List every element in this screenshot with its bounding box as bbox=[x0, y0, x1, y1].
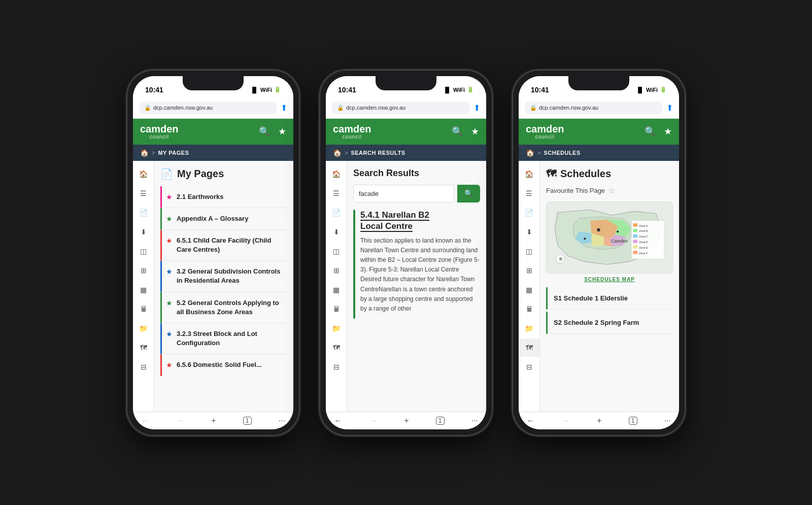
sidebar-table-1[interactable]: ▦ bbox=[133, 281, 154, 299]
list-item[interactable]: ★ 3.2 General Subdivision Controls in Re… bbox=[160, 261, 287, 292]
sidebar-menu-2[interactable]: ☰ bbox=[326, 184, 347, 203]
add-btn-3[interactable]: + bbox=[597, 416, 601, 425]
sidebar-table-3[interactable]: ▦ bbox=[519, 281, 539, 299]
favourite-star-icon[interactable]: ☆ bbox=[608, 186, 615, 195]
sidebar-doc-1[interactable]: 📄 bbox=[133, 204, 154, 222]
star-item-7: ★ bbox=[166, 361, 173, 369]
svg-rect-22 bbox=[633, 246, 637, 249]
list-item[interactable]: ★ 6.5.1 Child Care Facility (Child Care … bbox=[160, 230, 287, 261]
page-title-3: 🗺 Schedules bbox=[546, 168, 673, 180]
url-text-1: dcp.camden.nsw.gov.au bbox=[153, 105, 213, 111]
share-icon-2[interactable]: ⬆ bbox=[473, 103, 480, 113]
schedules-map-link[interactable]: SCHEDULES MAP bbox=[546, 277, 673, 282]
result-content[interactable]: 5.4.1 Narellan B2Local Centre This secti… bbox=[360, 210, 480, 314]
share-icon-1[interactable]: ⬆ bbox=[281, 103, 287, 113]
svg-text:Zone E: Zone E bbox=[639, 246, 648, 249]
search-icon-1[interactable]: 🔍 bbox=[259, 126, 270, 137]
star-item-2: ★ bbox=[166, 215, 173, 223]
more-btn-1[interactable]: ··· bbox=[279, 416, 285, 425]
forward-btn-1[interactable]: → bbox=[176, 416, 184, 425]
sidebar-table-2[interactable]: ▦ bbox=[326, 281, 347, 299]
sidebar-grid2-3[interactable]: ⊟ bbox=[519, 358, 539, 376]
add-btn-2[interactable]: + bbox=[404, 416, 409, 425]
svg-point-11 bbox=[584, 238, 586, 240]
wifi-icon-1: WiFi bbox=[260, 87, 272, 93]
sidebar-calc-2[interactable]: 🖩 bbox=[326, 300, 347, 318]
back-btn-3[interactable]: ← bbox=[527, 416, 535, 425]
tabs-btn-2[interactable]: 1 bbox=[436, 417, 445, 425]
more-btn-3[interactable]: ··· bbox=[664, 416, 671, 425]
sidebar-menu-1[interactable]: ☰ bbox=[133, 184, 154, 203]
sidebar-download-1[interactable]: ⬇ bbox=[133, 223, 154, 241]
schedule-item-s1[interactable]: S1 Schedule 1 Elderslie bbox=[546, 287, 673, 310]
search-button[interactable]: 🔍 bbox=[457, 185, 480, 203]
sidebar-layers-1[interactable]: ◫ bbox=[133, 242, 154, 260]
svg-text:Zone A: Zone A bbox=[639, 224, 648, 227]
result-title-line1: 5.4.1 Narellan B2Local Centre bbox=[360, 210, 429, 232]
phone-screen-3: 10:41 ▐▌ WiFi 🔋 🔒 dcp.camden.nsw.gov.au … bbox=[519, 76, 679, 429]
star-icon-3[interactable]: ★ bbox=[664, 126, 672, 137]
sidebar-folder-3[interactable]: 📁 bbox=[519, 319, 539, 338]
breadcrumb-home-icon-3[interactable]: 🏠 bbox=[526, 149, 534, 157]
time-3: 10:41 bbox=[531, 86, 549, 94]
back-btn-1[interactable]: ← bbox=[141, 416, 149, 425]
search-icon-2[interactable]: 🔍 bbox=[452, 126, 463, 137]
phone-notch-1 bbox=[183, 76, 244, 90]
sidebar-folder-2[interactable]: 📁 bbox=[326, 319, 347, 338]
url-input-1[interactable]: 🔒 dcp.camden.nsw.gov.au bbox=[139, 102, 277, 114]
url-input-2[interactable]: 🔒 dcp.camden.nsw.gov.au bbox=[332, 102, 469, 114]
url-input-3[interactable]: 🔒 dcp.camden.nsw.gov.au bbox=[525, 102, 662, 114]
sidebar-grid-1[interactable]: ⊞ bbox=[133, 261, 154, 280]
schedule-item-s2[interactable]: S2 Schedule 2 Spring Farm bbox=[546, 312, 673, 334]
forward-btn-2[interactable]: → bbox=[369, 416, 377, 425]
star-icon-2[interactable]: ★ bbox=[471, 126, 479, 137]
back-btn-2[interactable]: ← bbox=[334, 416, 342, 425]
list-item[interactable]: ★ 3.2.3 Street Block and Lot Configurati… bbox=[160, 323, 287, 354]
sidebar-doc-3[interactable]: 📄 bbox=[519, 204, 539, 222]
sidebar-calc-3[interactable]: 🖩 bbox=[519, 300, 539, 318]
breadcrumb-home-icon-2[interactable]: 🏠 bbox=[333, 149, 342, 157]
more-btn-2[interactable]: ··· bbox=[471, 416, 478, 425]
status-icons-1: ▐▌ WiFi 🔋 bbox=[250, 86, 281, 93]
star-icon-1[interactable]: ★ bbox=[278, 126, 286, 137]
list-item[interactable]: ★ 5.2 General Controls Applying to all B… bbox=[160, 292, 287, 323]
sidebar-calc-1[interactable]: 🖩 bbox=[133, 300, 154, 318]
search-bar: 🔍 bbox=[353, 185, 480, 203]
sidebar-layers-3[interactable]: ◫ bbox=[519, 242, 539, 260]
list-item[interactable]: ★ 6.5.6 Domestic Solid Fuel... bbox=[160, 354, 287, 376]
tabs-btn-1[interactable]: 1 bbox=[243, 417, 252, 425]
list-item[interactable]: ★ 2.1 Earthworks bbox=[160, 186, 287, 208]
list-item[interactable]: ★ Appendix A – Glossary bbox=[160, 208, 287, 230]
main-content-2: Search Results 🔍 5.4.1 Narellan B2Local … bbox=[347, 161, 486, 412]
sidebar-menu-3[interactable]: ☰ bbox=[519, 184, 539, 203]
content-area-3: 🏠 ☰ 📄 ⬇ ◫ ⊞ ▦ 🖩 📁 🗺 ⊟ 🗺 Schedule bbox=[519, 161, 679, 412]
sidebar-grid2-2[interactable]: ⊟ bbox=[326, 358, 347, 376]
sidebar-map-1[interactable]: 🗺 bbox=[133, 339, 154, 357]
breadcrumb-home-icon-1[interactable]: 🏠 bbox=[140, 149, 149, 157]
share-icon-3[interactable]: ⬆ bbox=[666, 103, 673, 113]
sidebar-grid-2[interactable]: ⊞ bbox=[326, 261, 347, 280]
app-logo-2: camden council bbox=[333, 124, 371, 140]
app-logo-1: camden council bbox=[140, 124, 179, 140]
sidebar-home-1[interactable]: 🏠 bbox=[133, 165, 154, 183]
sidebar-download-2[interactable]: ⬇ bbox=[326, 223, 347, 241]
sidebar-folder-1[interactable]: 📁 bbox=[133, 319, 154, 338]
sidebar-map-3[interactable]: 🗺 bbox=[519, 339, 539, 357]
sidebar-layers-2[interactable]: ◫ bbox=[326, 242, 347, 260]
page-title-icon-3: 🗺 bbox=[546, 168, 556, 180]
search-input[interactable] bbox=[353, 185, 454, 203]
sidebar-download-3[interactable]: ⬇ bbox=[519, 223, 539, 241]
sidebar-doc-2[interactable]: 📄 bbox=[326, 204, 347, 222]
sidebar-grid-3[interactable]: ⊞ bbox=[519, 261, 539, 280]
sidebar-home-2[interactable]: 🏠 bbox=[326, 165, 347, 183]
forward-btn-3[interactable]: → bbox=[562, 416, 570, 425]
tabs-btn-3[interactable]: 1 bbox=[629, 417, 637, 425]
star-item-4: ★ bbox=[166, 267, 173, 276]
add-btn-1[interactable]: + bbox=[211, 416, 216, 425]
result-title: 5.4.1 Narellan B2Local Centre bbox=[360, 210, 480, 232]
search-icon-3[interactable]: 🔍 bbox=[645, 126, 656, 137]
sidebar-map-2[interactable]: 🗺 bbox=[326, 339, 347, 357]
sidebar-grid2-1[interactable]: ⊟ bbox=[133, 358, 154, 376]
svg-rect-16 bbox=[633, 229, 637, 232]
sidebar-home-3[interactable]: 🏠 bbox=[519, 165, 539, 183]
